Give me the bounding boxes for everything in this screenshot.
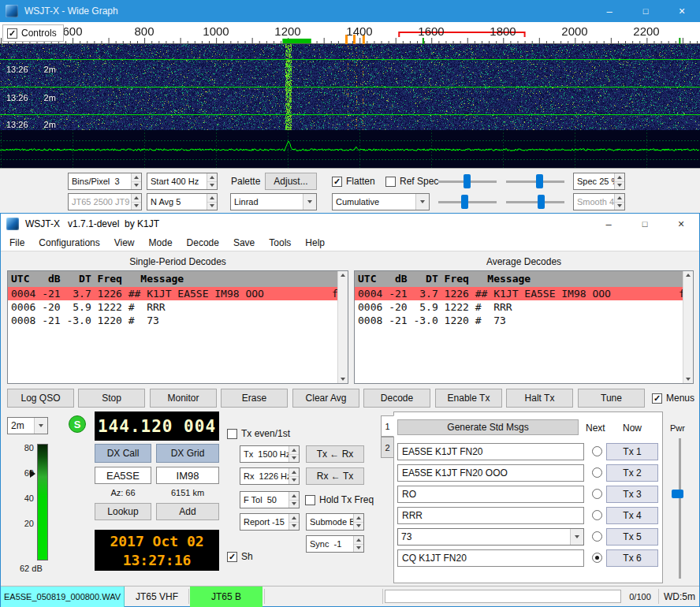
controls-checkbox[interactable]: ✓ Controls [2, 24, 64, 42]
band-combo[interactable]: 2m [7, 417, 48, 434]
menu-item-mode[interactable]: Mode [142, 235, 180, 251]
waterfall-zero-slider[interactable] [506, 173, 564, 190]
scroll-down-icon[interactable] [341, 378, 345, 381]
adjust-button[interactable]: Adjust... [265, 173, 317, 190]
tx3-button[interactable]: Tx 3 [606, 486, 658, 503]
spec-gain-slider[interactable] [438, 193, 497, 210]
spin-up-icon[interactable] [132, 173, 141, 181]
scrollbar[interactable] [683, 271, 693, 383]
single-decodes-panel[interactable]: UTC dB DT Freq Message 0004 -21 3.7 1226… [7, 270, 348, 384]
spin-down-icon[interactable] [207, 181, 217, 190]
spin-up-icon[interactable] [615, 173, 624, 181]
spin-up-icon[interactable] [207, 194, 217, 202]
dx-grid-button[interactable]: DX Grid [156, 444, 219, 463]
f-tol-spinner[interactable]: F Tol 50 [240, 491, 300, 508]
slider-handle[interactable] [538, 195, 545, 209]
tx-select-radio-1[interactable] [592, 446, 602, 456]
decode-row[interactable]: 0004 -21 3.7 1226 ## K1JT EA5SE IM98 OOO… [8, 287, 348, 300]
spin-down-icon[interactable] [132, 181, 141, 190]
pwr-slider-handle[interactable] [672, 490, 683, 498]
spin-up-icon[interactable] [354, 536, 363, 544]
tx-even-checkbox[interactable]: Tx even/1st [227, 428, 290, 439]
wide-graph-titlebar[interactable]: WSJT-X - Wide Graph – □ × [0, 0, 700, 22]
rx-freq-spinner[interactable]: Rx 1226 Hz [240, 467, 300, 485]
maximize-icon[interactable]: □ [627, 0, 664, 22]
pwr-slider[interactable] [679, 438, 681, 579]
add-button[interactable]: Add [156, 503, 219, 520]
tx5-button[interactable]: Tx 5 [606, 528, 658, 546]
dx-grid-input[interactable]: IM98 [156, 467, 219, 484]
chevron-down-icon[interactable] [303, 194, 316, 210]
dx-call-button[interactable]: DX Call [95, 444, 151, 463]
tx-message-combo-5[interactable]: 73 [397, 528, 584, 546]
decode-button[interactable]: Decode [363, 389, 430, 408]
spin-up-icon[interactable] [354, 514, 363, 522]
spin-up-icon[interactable] [289, 446, 299, 454]
slider-handle[interactable] [536, 174, 543, 188]
menu-item-decode[interactable]: Decode [180, 235, 226, 251]
spin-down-icon[interactable] [207, 202, 217, 210]
sh-checkbox[interactable]: ✓ Sh [227, 551, 253, 562]
waterfall-gain-slider[interactable] [438, 173, 497, 190]
decode-row[interactable]: 0008 -21 -3.0 1220 # 73 [8, 314, 348, 327]
frequency-scale[interactable]: ✓ Controls 600 800 1000 1200 1400 1600 1… [0, 22, 700, 44]
tx-select-radio-5[interactable] [592, 531, 602, 542]
start-freq-spinner[interactable]: Start 400 Hz [147, 173, 218, 190]
tab-2[interactable]: 2 [381, 437, 394, 458]
sync-spinner[interactable]: Sync -1 [306, 535, 364, 553]
report-spinner[interactable]: Report -15 [240, 513, 300, 531]
tx-freq-spinner[interactable]: Tx 1500 Hz [240, 445, 300, 463]
scrollbar[interactable] [337, 271, 348, 383]
tx-select-radio-3[interactable] [592, 489, 602, 499]
slider-handle[interactable] [464, 174, 471, 188]
tx4-button[interactable]: Tx 4 [606, 507, 658, 524]
scroll-up-icon[interactable] [686, 274, 691, 277]
slider-handle[interactable] [461, 195, 468, 209]
chevron-down-icon[interactable] [34, 418, 47, 434]
spin-down-icon[interactable] [354, 522, 363, 531]
n-avg-spinner[interactable]: N Avg 5 [147, 193, 218, 210]
spin-up-icon[interactable] [207, 173, 217, 181]
menu-item-file[interactable]: File [2, 235, 32, 251]
monitor-button[interactable]: Monitor [150, 389, 217, 408]
palette-combo[interactable]: Linrad [230, 193, 317, 210]
waterfall-display[interactable]: 13:262m 13:262m 13:262m [0, 44, 700, 168]
decode-row[interactable]: 0006 -20 5.9 1222 # RRR [355, 300, 693, 314]
spin-down-icon[interactable] [354, 544, 363, 553]
tx1-button[interactable]: Tx 1 [606, 443, 658, 460]
spectrum-type-combo[interactable]: Cumulative [332, 193, 430, 210]
spec-percent-spinner[interactable]: Spec 25 % [573, 173, 625, 190]
tx-message-input-4[interactable]: RRR [397, 507, 584, 524]
dx-call-input[interactable]: EA5SE [95, 467, 151, 484]
scroll-down-icon[interactable] [686, 378, 691, 381]
bins-pixel-spinner[interactable]: Bins/Pixel 3 [68, 173, 142, 190]
tune-button[interactable]: Tune [578, 389, 645, 408]
spin-down-icon[interactable] [615, 181, 624, 190]
ref-spec-checkbox[interactable]: Ref Spec [385, 176, 438, 187]
tx6-button[interactable]: Tx 6 [606, 549, 658, 567]
spin-down-icon[interactable] [289, 454, 299, 463]
stop-button[interactable]: Stop [78, 389, 145, 408]
enable-tx-button[interactable]: Enable Tx [435, 389, 502, 408]
tx-select-radio-4[interactable] [592, 510, 602, 520]
spin-up-icon[interactable] [289, 514, 299, 522]
spec-zero-slider[interactable] [506, 193, 564, 210]
tx-from-rx-button[interactable]: Tx ← Rx [306, 445, 364, 463]
decode-row[interactable]: 0008 -21 -3.0 1220 # 73 [355, 314, 693, 327]
submode-spinner[interactable]: Submode B [306, 513, 364, 531]
tx-message-input-3[interactable]: RO [397, 486, 584, 503]
tx-message-input-1[interactable]: EA5SE K1JT FN20 [397, 443, 584, 460]
close-icon[interactable]: × [663, 214, 699, 234]
maximize-icon[interactable]: □ [627, 214, 663, 234]
erase-button[interactable]: Erase [221, 389, 288, 408]
rx-from-tx-button[interactable]: Rx ← Tx [306, 467, 364, 485]
menu-item-save[interactable]: Save [226, 235, 262, 251]
main-titlebar[interactable]: WSJT-X v1.7.1-devel by K1JT – □ × [1, 214, 699, 234]
scroll-up-icon[interactable] [341, 274, 345, 277]
clear-avg-button[interactable]: Clear Avg [292, 389, 359, 408]
menu-item-configurations[interactable]: Configurations [32, 235, 106, 251]
decode-row[interactable]: 0004 -21 3.7 1226 ## K1JT EA5SE IM98 OOO… [355, 287, 693, 300]
minimize-icon[interactable]: – [591, 0, 627, 22]
tx2-button[interactable]: Tx 2 [606, 464, 658, 482]
waterfall-canvas[interactable] [0, 44, 700, 168]
